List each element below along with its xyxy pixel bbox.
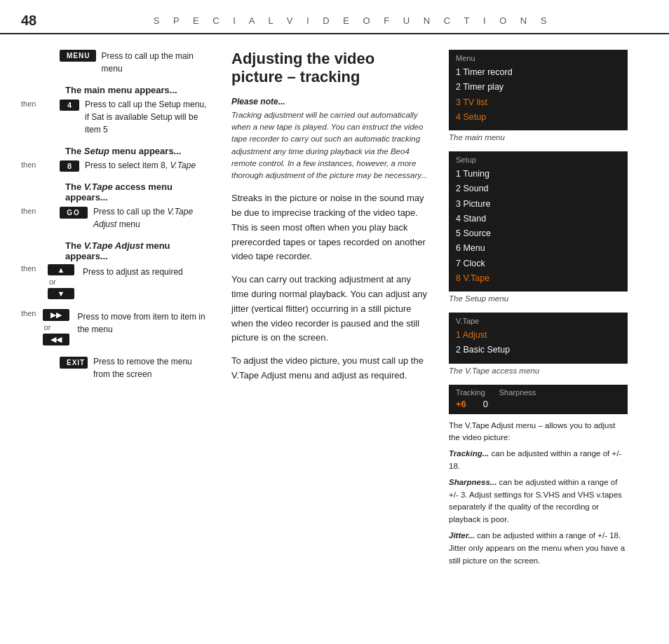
tracking-values: +6 0 bbox=[456, 399, 621, 409]
setup-item-2: 2 Sound bbox=[456, 181, 621, 196]
vtape-menu-box: V.Tape 1 Adjust 2 Basic Setup bbox=[449, 313, 628, 364]
heading-main-menu: The main menu appears... bbox=[65, 85, 210, 95]
jitter-desc: Jitter... can be adjusted within a range… bbox=[449, 530, 628, 567]
body-text-1: Streaks in the picture or noise in the s… bbox=[231, 191, 428, 264]
main-menu-caption: The main menu bbox=[449, 133, 628, 142]
setup-item-5: 5 Source bbox=[456, 226, 621, 241]
step-label-exit bbox=[21, 355, 60, 357]
down-arrow-button[interactable]: ▼ bbox=[48, 288, 74, 299]
step-4: then 4 Press to call up the Setup menu, … bbox=[21, 98, 210, 136]
exit-button[interactable]: EXIT bbox=[60, 357, 88, 369]
please-note-heading: Please note... bbox=[231, 97, 428, 107]
step-exit: EXIT Press to remove the menu from the s… bbox=[21, 355, 210, 381]
main-menu-label: Menu bbox=[456, 54, 621, 62]
tracking-col1-header: Tracking bbox=[456, 388, 485, 397]
step-go: then GO Press to call up the V.Tape Adju… bbox=[21, 205, 210, 231]
menu-button[interactable]: MENU bbox=[60, 50, 96, 62]
body-text-3: To adjust the video picture, you must ca… bbox=[231, 354, 428, 383]
step-desc-adjust: Press to adjust as required bbox=[83, 266, 183, 278]
step-desc-8: Press to select item 8, V.Tape bbox=[85, 159, 196, 172]
step-desc-4: Press to call up the Setup menu, if Sat … bbox=[85, 98, 210, 136]
tracking-menu-box: Tracking Sharpness +6 0 bbox=[449, 385, 628, 414]
tracking-header: Tracking Sharpness bbox=[456, 388, 621, 397]
page-number: 48 bbox=[21, 13, 36, 29]
tracking-col2-header: Sharpness bbox=[499, 388, 536, 397]
step-label-then3: then bbox=[21, 205, 60, 215]
heading-vtape-access: The V.Tape access menu appears... bbox=[65, 181, 210, 203]
setup-item-7: 7 Clock bbox=[456, 256, 621, 271]
page-header: 48 S P E C I A L V I D E O F U N C T I O… bbox=[0, 0, 669, 34]
step-move: then ▶▶ or ◀◀ Press to move from item to… bbox=[21, 309, 210, 345]
vtape-menu-caption: The V.Tape access menu bbox=[449, 366, 628, 375]
rw-button[interactable]: ◀◀ bbox=[43, 334, 69, 345]
or-label2: or bbox=[44, 323, 69, 331]
step-menu: MENU Press to call up the main menu bbox=[21, 50, 210, 75]
step-label-then4: then bbox=[21, 264, 48, 273]
step-adjust: then ▲ or ▼ Press to adjust as required bbox=[21, 264, 210, 299]
left-column: MENU Press to call up the main menu The … bbox=[0, 36, 224, 643]
step-label bbox=[21, 50, 60, 51]
or-label1: or bbox=[49, 278, 74, 286]
vtape-item-1: 1 Adjust bbox=[456, 328, 621, 343]
setup-item-1: 1 Tuning bbox=[456, 167, 621, 181]
up-arrow-button[interactable]: ▲ bbox=[48, 264, 74, 275]
menu-item-1: 1 Timer record bbox=[456, 65, 621, 80]
please-note-text: Tracking adjustment will be carried out … bbox=[231, 109, 428, 182]
step-desc-menu: Press to call up the main menu bbox=[102, 50, 210, 75]
vtape-adjust-caption: The V.Tape Adjust menu – allows you to a… bbox=[449, 420, 628, 445]
heading-vtape-adjust: The V.Tape Adjust menu appears... bbox=[65, 240, 210, 261]
menu-item-2: 2 Timer play bbox=[456, 80, 621, 95]
go-button[interactable]: GO bbox=[60, 207, 88, 219]
heading-setup-menu: The Setup menu appears... bbox=[65, 146, 210, 156]
step-desc-move: Press to move from item to item in the m… bbox=[78, 310, 210, 336]
heading-text: The main menu appears... bbox=[65, 85, 177, 95]
mid-column: Adjusting the video picture – tracking P… bbox=[224, 36, 442, 643]
right-column: Menu 1 Timer record 2 Timer play 3 TV li… bbox=[442, 36, 642, 643]
step-8: then 8 Press to select item 8, V.Tape bbox=[21, 159, 210, 172]
setup-item-3: 3 Picture bbox=[456, 197, 621, 212]
sharpness-desc: Sharpness... can be adjusted within a ra… bbox=[449, 477, 628, 526]
step-label-then5: then bbox=[21, 309, 43, 317]
main-content: MENU Press to call up the main menu The … bbox=[0, 36, 669, 643]
setup-menu-label: Setup bbox=[456, 156, 621, 164]
vtape-menu-label: V.Tape bbox=[456, 317, 621, 325]
main-menu-box: Menu 1 Timer record 2 Timer play 3 TV li… bbox=[449, 50, 628, 130]
desc-block: The V.Tape Adjust menu – allows you to a… bbox=[449, 420, 628, 568]
step-desc-exit: Press to remove the menu from the screen bbox=[93, 355, 210, 381]
tracking-desc: Tracking... can be adjusted within a ran… bbox=[449, 448, 628, 473]
step-desc-go: Press to call up the V.Tape Adjust menu bbox=[93, 205, 210, 231]
setup-menu-caption: The Setup menu bbox=[449, 294, 628, 303]
button-4[interactable]: 4 bbox=[60, 100, 79, 111]
step-label-then2: then bbox=[21, 159, 60, 169]
step-label-then: then bbox=[21, 98, 60, 108]
menu-item-3: 3 TV list bbox=[456, 95, 621, 110]
sharpness-value: 0 bbox=[483, 399, 488, 409]
menu-item-4: 4 Setup bbox=[456, 110, 621, 125]
setup-item-8: 8 V.Tape bbox=[456, 271, 621, 286]
ff-button[interactable]: ▶▶ bbox=[43, 309, 69, 321]
button-8[interactable]: 8 bbox=[60, 160, 79, 172]
article-title: Adjusting the video picture – tracking bbox=[231, 50, 428, 87]
setup-item-4: 4 Stand bbox=[456, 212, 621, 226]
tracking-value: +6 bbox=[456, 399, 466, 409]
vtape-item-2: 2 Basic Setup bbox=[456, 343, 621, 357]
setup-item-6: 6 Menu bbox=[456, 241, 621, 256]
body-text-2: You can carry out tracking adjustment at… bbox=[231, 273, 428, 345]
setup-menu-box: Setup 1 Tuning 2 Sound 3 Picture 4 Stand… bbox=[449, 151, 628, 292]
page-title: S P E C I A L V I D E O F U N C T I O N … bbox=[58, 15, 648, 26]
